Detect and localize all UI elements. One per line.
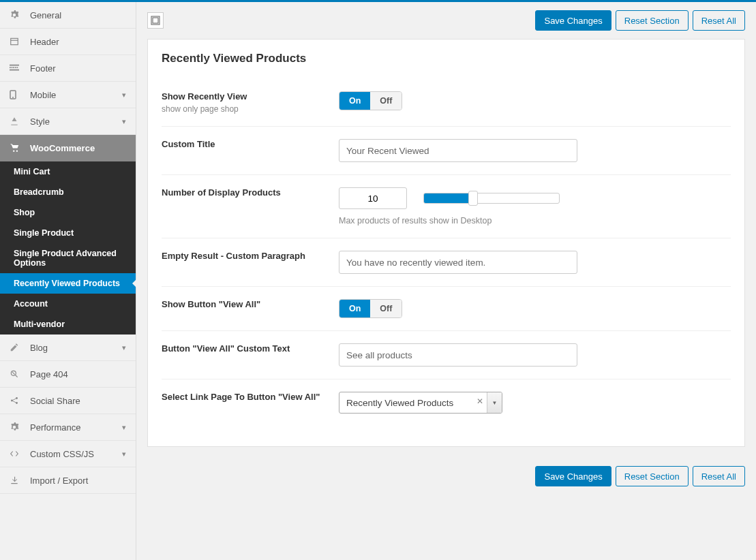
search-broken-icon bbox=[10, 369, 22, 379]
sidebar-item-label: Social Share bbox=[30, 396, 126, 406]
sidebar-sub-breadcrumb[interactable]: Breadcrumb bbox=[0, 182, 136, 202]
panel-layout-icon[interactable] bbox=[147, 12, 164, 29]
sidebar-item-label: Header bbox=[30, 37, 126, 47]
sidebar-item-label: Import / Export bbox=[30, 476, 126, 486]
sidebar-item-blog[interactable]: Blog ▾ bbox=[0, 335, 136, 361]
field-label-text: Show Recently View bbox=[162, 91, 339, 102]
sidebar-item-label: Blog bbox=[30, 343, 122, 353]
toggle-off[interactable]: Off bbox=[370, 300, 402, 317]
toggle-on[interactable]: On bbox=[339, 300, 370, 317]
svg-rect-3 bbox=[10, 67, 11, 68]
select-clear-icon[interactable]: ✕ bbox=[477, 396, 483, 406]
field-label-text: Select Link Page To Button "View All" bbox=[162, 392, 339, 414]
reset-section-button[interactable]: Reset Section bbox=[616, 10, 689, 31]
svg-rect-20 bbox=[153, 18, 158, 23]
sidebar-item-label: Style bbox=[30, 116, 122, 127]
field-empty-result: Empty Result - Custom Paragraph bbox=[162, 238, 731, 287]
toggle-show-recently-view[interactable]: On Off bbox=[339, 91, 402, 110]
custom-title-input[interactable] bbox=[339, 139, 577, 162]
sidebar-item-label: General bbox=[30, 10, 126, 20]
field-show-viewall: Show Button "View All" On Off bbox=[162, 287, 731, 331]
svg-rect-4 bbox=[12, 67, 13, 68]
sidebar-item-social-share[interactable]: Social Share bbox=[0, 388, 136, 414]
sidebar-sub-account[interactable]: Account bbox=[0, 294, 136, 314]
field-custom-title: Custom Title bbox=[162, 127, 731, 175]
sidebar-item-import-export[interactable]: Import / Export bbox=[0, 467, 136, 494]
toggle-show-viewall[interactable]: On Off bbox=[339, 299, 402, 318]
sidebar-item-page404[interactable]: Page 404 bbox=[0, 361, 136, 388]
header-icon bbox=[10, 37, 22, 46]
reset-section-button[interactable]: Reset Section bbox=[616, 466, 689, 486]
sidebar-sub-single-product-adv[interactable]: Single Product Advanced Options bbox=[0, 243, 136, 273]
sidebar-sub-shop[interactable]: Shop bbox=[0, 202, 136, 223]
style-icon bbox=[10, 116, 22, 126]
svg-rect-6 bbox=[15, 67, 16, 68]
empty-result-input[interactable] bbox=[339, 251, 577, 274]
svg-point-17 bbox=[16, 397, 18, 399]
svg-line-14 bbox=[16, 375, 18, 377]
svg-rect-7 bbox=[17, 67, 18, 68]
slider-fill bbox=[424, 193, 471, 203]
field-num-display-products: Number of Display Products Max products … bbox=[162, 175, 731, 238]
gear-icon bbox=[10, 422, 22, 432]
panel-title: Recently Viewed Products bbox=[162, 52, 731, 65]
share-icon bbox=[10, 396, 22, 405]
field-help-text: Max products of results show in Desktop bbox=[339, 216, 632, 225]
sidebar-item-style[interactable]: Style ▾ bbox=[0, 108, 136, 135]
field-sub-text: show only page shop bbox=[162, 104, 339, 114]
reset-all-button[interactable]: Reset All bbox=[693, 466, 745, 486]
sidebar-item-performance[interactable]: Performance ▾ bbox=[0, 414, 136, 441]
svg-rect-2 bbox=[10, 65, 19, 66]
cart-icon bbox=[10, 143, 22, 153]
num-display-input[interactable] bbox=[339, 187, 407, 209]
footer-icon bbox=[10, 64, 22, 72]
reset-all-button[interactable]: Reset All bbox=[693, 10, 745, 31]
svg-point-12 bbox=[16, 151, 18, 152]
sidebar-sub-minicart[interactable]: Mini Cart bbox=[0, 161, 136, 182]
sidebar-item-header[interactable]: Header bbox=[0, 29, 136, 55]
mobile-icon bbox=[10, 90, 22, 99]
sidebar-item-label: Custom CSS/JS bbox=[30, 449, 122, 459]
viewall-text-input[interactable] bbox=[339, 343, 577, 367]
chevron-down-icon: ▾ bbox=[122, 117, 126, 126]
settings-sidebar: General Header Footer Mobile ▾ Style ▾ bbox=[0, 2, 136, 560]
field-label-text: Custom Title bbox=[162, 139, 339, 162]
sidebar-item-label: WooCommerce bbox=[30, 143, 126, 153]
code-icon bbox=[10, 449, 22, 458]
sidebar-item-mobile[interactable]: Mobile ▾ bbox=[0, 82, 136, 108]
field-viewall-text: Button "View All" Custom Text bbox=[162, 331, 731, 379]
pencil-icon bbox=[10, 343, 22, 352]
toggle-on[interactable]: On bbox=[339, 92, 370, 110]
sidebar-item-label: Footer bbox=[30, 63, 126, 74]
sidebar-item-woocommerce[interactable]: WooCommerce bbox=[0, 135, 136, 161]
sidebar-item-custom-css-js[interactable]: Custom CSS/JS ▾ bbox=[0, 441, 136, 467]
sidebar-sub-multivendor[interactable]: Multi-vendor bbox=[0, 314, 136, 335]
field-label-text: Show Button "View All" bbox=[162, 299, 339, 318]
field-show-recently-view: Show Recently View show only page shop O… bbox=[162, 79, 731, 127]
toggle-off[interactable]: Off bbox=[370, 92, 402, 110]
save-changes-button[interactable]: Save Changes bbox=[535, 10, 611, 31]
chevron-down-icon: ▾ bbox=[122, 423, 126, 432]
svg-line-15 bbox=[12, 372, 15, 375]
select-value: Recently Viewed Products bbox=[346, 398, 453, 408]
svg-rect-5 bbox=[13, 67, 14, 68]
sidebar-item-label: Performance bbox=[30, 422, 122, 433]
select-dropdown-icon[interactable]: ▼ bbox=[487, 392, 502, 413]
download-icon bbox=[10, 476, 22, 485]
svg-rect-0 bbox=[11, 38, 18, 44]
save-changes-button[interactable]: Save Changes bbox=[535, 466, 611, 486]
field-label-text: Number of Display Products bbox=[162, 187, 339, 225]
sidebar-item-footer[interactable]: Footer bbox=[0, 55, 136, 82]
settings-panel: Recently Viewed Products Show Recently V… bbox=[147, 39, 745, 447]
chevron-down-icon: ▾ bbox=[122, 343, 126, 352]
slider-handle[interactable] bbox=[468, 191, 478, 206]
sidebar-sub-recently-viewed[interactable]: Recently Viewed Products bbox=[0, 273, 136, 294]
sidebar-sub-single-product[interactable]: Single Product bbox=[0, 223, 136, 243]
chevron-down-icon: ▾ bbox=[122, 91, 126, 99]
num-display-slider[interactable] bbox=[423, 193, 560, 204]
bottom-toolbar: Save Changes Reset Section Reset All bbox=[136, 458, 756, 495]
chevron-down-icon: ▾ bbox=[122, 450, 126, 458]
sidebar-item-general[interactable]: General bbox=[0, 2, 136, 29]
field-label-text: Button "View All" Custom Text bbox=[162, 343, 339, 367]
sidebar-item-label: Page 404 bbox=[30, 369, 126, 379]
